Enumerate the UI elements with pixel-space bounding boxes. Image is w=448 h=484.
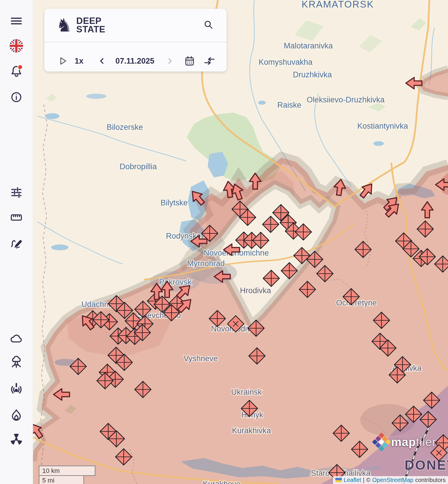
info-icon <box>10 90 23 104</box>
maptiler-watermark[interactable]: maptiler <box>375 435 436 449</box>
map-label: KRAMATORSK <box>302 0 374 10</box>
header-card: ♞ DEEP STATE 1x <box>44 9 227 71</box>
map-label: Myrnohrad <box>187 259 225 268</box>
brand-wordmark: DEEP STATE <box>76 17 106 34</box>
alerts-layer-button[interactable] <box>8 380 24 396</box>
attribution-contributors: contributors <box>415 477 446 483</box>
play-button[interactable] <box>60 57 67 66</box>
search-button[interactable] <box>202 18 215 32</box>
info-button[interactable] <box>8 89 24 105</box>
layers-settings-button[interactable] <box>8 184 24 201</box>
knight-logo-icon: ♞ <box>56 16 72 34</box>
play-icon <box>60 57 67 65</box>
map-label: Dobropillia <box>120 162 157 171</box>
search-icon <box>203 20 214 30</box>
osm-link[interactable]: OpenStreetMap <box>372 477 413 483</box>
leaflet-link[interactable]: Leaflet <box>344 477 361 483</box>
calendar-button[interactable] <box>184 56 195 67</box>
map-label: Kurakhivka <box>232 426 271 435</box>
brand-row: ♞ DEEP STATE <box>44 9 227 42</box>
merge-arrows-icon <box>204 57 215 65</box>
map-label: Komyshuvakha <box>259 58 313 67</box>
map-label: Bilozerske <box>107 123 143 132</box>
map-label: Kurakhove <box>203 480 240 484</box>
map-label: Udachne <box>81 300 113 309</box>
prev-day-button[interactable] <box>99 57 106 65</box>
pen-draw-icon <box>10 236 23 249</box>
scale-mi: 5 mi <box>39 476 84 484</box>
map-canvas[interactable]: KRAMATORSKMalotaranivkaKomyshuvakhaDruzh… <box>0 0 448 484</box>
speed-label[interactable]: 1x <box>75 57 83 66</box>
menu-icon <box>10 14 23 28</box>
sliders-icon <box>10 186 23 199</box>
scale-km: 10 km <box>39 466 95 476</box>
maptiler-logo-icon <box>372 432 391 451</box>
attribution-bar: Leaflet | © OpenStreetMap contributors <box>333 476 448 484</box>
attribution-divider: | <box>363 477 364 483</box>
map-label: Druzhkivka <box>293 70 332 79</box>
timeline-controls: 1x 07.11.2025 <box>44 42 227 71</box>
menu-button[interactable] <box>8 13 24 29</box>
sidebar <box>0 0 33 484</box>
attribution-copyright: © <box>366 477 371 483</box>
date-display[interactable]: 07.11.2025 <box>114 57 156 66</box>
ruler-icon <box>10 211 23 224</box>
cloud-icon <box>9 331 23 345</box>
bell-icon <box>9 64 23 78</box>
map-label: Vyshneve <box>183 354 218 363</box>
ukraine-flag-icon <box>335 478 342 482</box>
maptiler-wordmark: maptiler <box>391 436 436 449</box>
calendar-icon <box>184 56 195 66</box>
radiation-icon <box>10 433 23 446</box>
map-label: Hrodivka <box>240 286 272 295</box>
notifications-button[interactable] <box>8 63 24 79</box>
map-label: Ukrainsk <box>231 388 262 396</box>
radiation-layer-button[interactable] <box>8 431 24 448</box>
clouds-layer-button[interactable] <box>8 330 24 347</box>
radar-alert-icon <box>9 381 23 395</box>
chevron-left-icon <box>99 57 106 64</box>
measure-button[interactable] <box>8 209 24 226</box>
compare-dates-button[interactable] <box>204 57 215 66</box>
brand-line-bottom: STATE <box>76 25 106 34</box>
deepstate-map-app: KRAMATORSKMalotaranivkaKomyshuvakhaDruzh… <box>0 0 448 484</box>
fires-layer-button[interactable] <box>8 407 24 423</box>
map-label: Oleksiievo-Druzhkivka <box>307 95 385 104</box>
flame-icon <box>10 408 23 422</box>
map-label: Malotaranivka <box>284 41 333 50</box>
map-label: Bilytske <box>160 198 188 207</box>
language-button[interactable] <box>8 38 24 54</box>
map-label: Raiske <box>277 101 302 109</box>
explosions-layer-button[interactable] <box>8 354 24 371</box>
chevron-right-icon <box>166 57 173 64</box>
next-day-button[interactable] <box>166 57 173 65</box>
map-label: DONETSK <box>405 457 448 473</box>
mushroom-cloud-icon <box>9 356 23 370</box>
map-label: Kostiantynivka <box>357 122 408 130</box>
uk-flag-icon <box>9 39 23 53</box>
scale-control: 10 km 5 mi <box>39 466 95 484</box>
draw-button[interactable] <box>8 234 24 251</box>
